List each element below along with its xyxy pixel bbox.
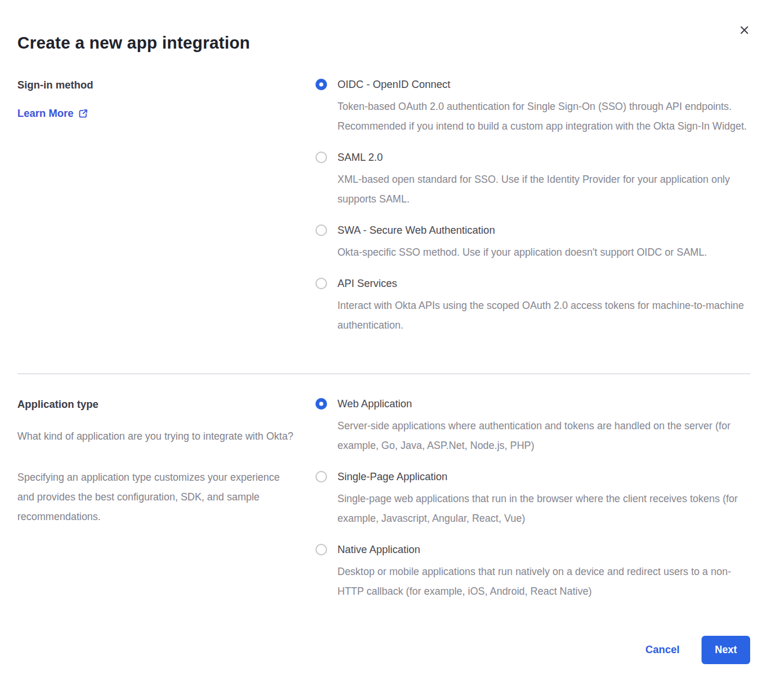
next-button[interactable]: Next: [702, 636, 750, 664]
option-label: Native Application: [337, 543, 750, 557]
option-label: SWA - Secure Web Authentication: [337, 224, 707, 237]
radio-option-native-application[interactable]: Native Application Desktop or mobile app…: [315, 543, 750, 601]
page-title: Create a new app integration: [17, 34, 750, 53]
radio-option-api-services[interactable]: API Services Interact with Okta APIs usi…: [315, 277, 750, 335]
radio-unselected-icon[interactable]: [315, 471, 327, 482]
learn-more-link[interactable]: Learn More: [17, 108, 88, 120]
option-label: Web Application: [337, 397, 750, 411]
section-divider: [17, 373, 750, 374]
signin-method-left-column: Sign-in method Learn More: [17, 78, 315, 120]
application-type-question: What kind of application are you trying …: [17, 426, 294, 446]
option-label: SAML 2.0: [337, 151, 750, 164]
option-label: OIDC - OpenID Connect: [337, 78, 750, 91]
option-description: XML-based open standard for SSO. Use if …: [337, 170, 750, 209]
cancel-button[interactable]: Cancel: [645, 644, 680, 656]
application-type-explanation: Specifying an application type customize…: [17, 467, 294, 526]
application-type-options: Web Application Server-side applications…: [315, 397, 750, 601]
dialog-footer: Cancel Next: [17, 636, 750, 664]
radio-unselected-icon[interactable]: [315, 152, 327, 163]
option-description: Okta-specific SSO method. Use if your ap…: [337, 242, 707, 262]
radio-selected-icon[interactable]: [315, 398, 327, 410]
radio-option-web-application[interactable]: Web Application Server-side applications…: [315, 397, 750, 455]
signin-method-options: OIDC - OpenID Connect Token-based OAuth …: [315, 78, 750, 335]
radio-option-saml[interactable]: SAML 2.0 XML-based open standard for SSO…: [315, 151, 750, 209]
radio-option-swa[interactable]: SWA - Secure Web Authentication Okta-spe…: [315, 224, 750, 262]
close-icon: [740, 25, 749, 35]
application-type-heading: Application type: [17, 397, 315, 411]
radio-option-oidc[interactable]: OIDC - OpenID Connect Token-based OAuth …: [315, 78, 750, 136]
application-type-left-column: Application type What kind of applicatio…: [17, 397, 315, 526]
external-link-icon: [78, 109, 88, 119]
option-description: Server-side applications where authentic…: [337, 416, 750, 455]
radio-option-single-page-application[interactable]: Single-Page Application Single-page web …: [315, 470, 750, 528]
signin-method-section: Sign-in method Learn More OIDC - OpenID …: [17, 78, 750, 335]
signin-method-heading: Sign-in method: [17, 78, 315, 92]
option-description: Token-based OAuth 2.0 authentication for…: [337, 97, 750, 136]
radio-unselected-icon[interactable]: [315, 224, 327, 236]
option-description: Single-page web applications that run in…: [337, 489, 750, 528]
option-label: Single-Page Application: [337, 470, 750, 484]
radio-unselected-icon[interactable]: [315, 278, 327, 289]
option-description: Interact with Okta APIs using the scoped…: [337, 296, 750, 335]
close-button[interactable]: [737, 23, 751, 37]
create-app-integration-dialog: Create a new app integration Sign-in met…: [0, 0, 771, 700]
radio-unselected-icon[interactable]: [315, 544, 327, 555]
learn-more-label: Learn More: [17, 108, 74, 120]
radio-selected-icon[interactable]: [315, 79, 327, 90]
option-label: API Services: [337, 277, 750, 290]
application-type-section: Application type What kind of applicatio…: [17, 397, 750, 601]
option-description: Desktop or mobile applications that run …: [337, 562, 750, 601]
